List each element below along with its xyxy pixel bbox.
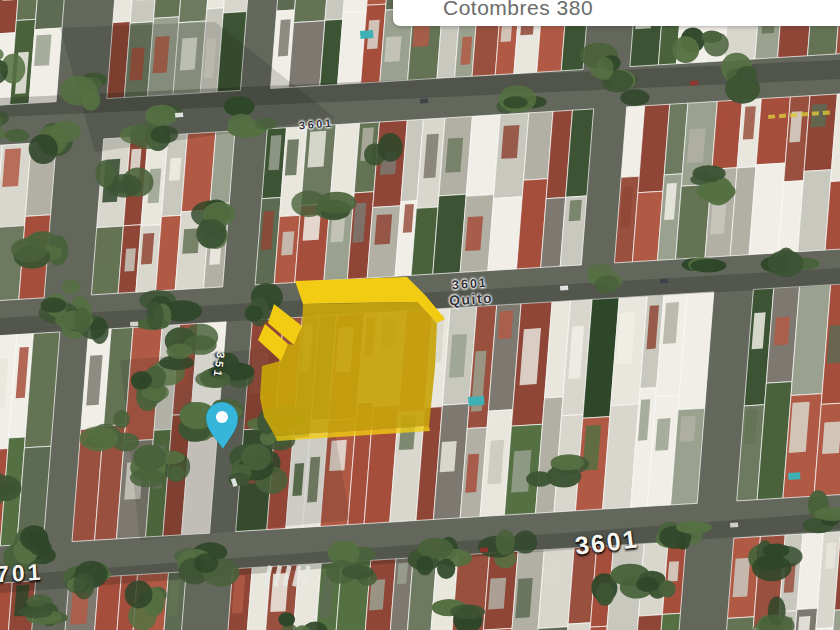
highlighted-building-3d[interactable]: [0, 0, 840, 630]
street-label-quito: Quito: [449, 290, 494, 307]
pin-body: [206, 402, 238, 449]
search-icon: [405, 0, 431, 1]
search-query-text: Cotombres 380: [443, 0, 593, 19]
street-label-701: 701: [0, 561, 44, 586]
location-pin[interactable]: [200, 398, 246, 456]
search-bar[interactable]: Cotombres 380: [393, 0, 840, 26]
pin-center-dot: [216, 411, 228, 423]
map-view[interactable]: 3601 3601 Quito 351 3601 701 Cotombres 3…: [0, 0, 840, 630]
